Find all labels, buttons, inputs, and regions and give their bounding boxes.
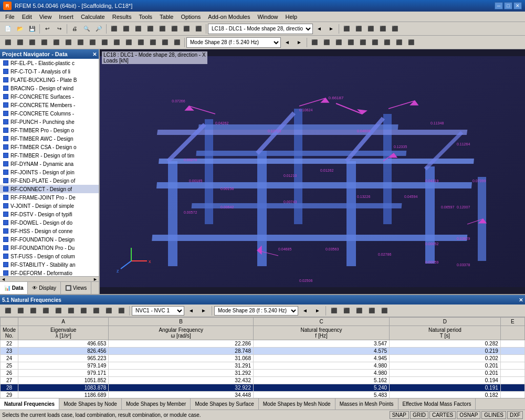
tb-zoom-in[interactable]: 🔍: [81, 23, 92, 35]
table-row[interactable]: 27 1051.852 32.432 5.162 0.194: [1, 377, 525, 384]
tb-prev-lc[interactable]: ◄: [313, 23, 325, 35]
menu-insert[interactable]: Insert: [56, 13, 77, 21]
tb-r3[interactable]: ⬛: [365, 23, 376, 35]
tree-item[interactable]: RF-PUNCH - Punching she: [0, 118, 99, 126]
tb2-b10[interactable]: ⬛: [111, 37, 122, 48]
viewport[interactable]: LC18 : DLC1 - Mode shape 28, direction -…: [100, 49, 525, 294]
bt-next2[interactable]: ►: [312, 305, 323, 317]
bt-b8[interactable]: ⬛: [90, 305, 102, 317]
osnap-button[interactable]: OSNAP: [457, 411, 480, 419]
tb-undo[interactable]: ↩: [41, 23, 53, 35]
tree-item[interactable]: V-JOINT - Design of simple: [0, 202, 99, 210]
tb2-b14[interactable]: ⬛: [159, 37, 171, 48]
snap-button[interactable]: SNAP: [390, 411, 409, 419]
tb-b6[interactable]: ⬛: [169, 23, 180, 35]
tb2-r8[interactable]: ⬛: [393, 37, 405, 48]
table-row[interactable]: 23 826.456 28.748 4.575 0.219: [1, 348, 525, 355]
tree-item[interactable]: RF-END-PLATE - Design of: [0, 176, 99, 185]
tab-natural-freq[interactable]: Natural Frequencies: [0, 398, 59, 410]
tb-redo[interactable]: ↪: [54, 23, 65, 35]
tb2-b4[interactable]: ⬛: [38, 37, 50, 48]
tree-item[interactable]: RF-TIMBER AWC - Design: [0, 134, 99, 143]
bt-r4[interactable]: ⬛: [366, 305, 377, 317]
tb-open[interactable]: 📂: [14, 23, 26, 35]
menu-addons[interactable]: Add-on Modules: [205, 13, 253, 21]
minimize-button[interactable]: ─: [495, 2, 503, 9]
bt-next[interactable]: ►: [198, 305, 209, 317]
bt-b6[interactable]: ⬛: [65, 305, 77, 317]
table-row[interactable]: 22 496.653 22.286 3.547 0.282: [1, 340, 525, 348]
tree-item[interactable]: RF-DYNAM - Dynamic ana: [0, 160, 99, 168]
bottom-panel-close[interactable]: ✕: [519, 297, 523, 303]
tree-item[interactable]: ST-FUSS - Design of colum: [0, 252, 99, 260]
tb2-b7[interactable]: ⬛: [75, 37, 86, 48]
cartes-button[interactable]: CARTES: [429, 411, 456, 419]
modeshape-select[interactable]: Mode Shape 28 (f : 5.240 Hz): [214, 306, 298, 316]
tb2-b13[interactable]: ⬛: [147, 37, 159, 48]
bt-b4[interactable]: ⬛: [40, 305, 51, 317]
bt-b9[interactable]: ⬛: [103, 305, 114, 317]
tb-b8[interactable]: ⬛: [193, 23, 204, 35]
tree-item[interactable]: RF-DSTV - Design of typifi: [0, 210, 99, 218]
bt-prev[interactable]: ◄: [185, 305, 197, 317]
bt-b10[interactable]: ⬛: [116, 305, 127, 317]
tree-item[interactable]: RF-STABILITY - Stability an: [0, 260, 99, 269]
tb-next-lc[interactable]: ►: [326, 23, 337, 35]
close-button[interactable]: ✕: [513, 2, 522, 9]
tb2-prev-ms[interactable]: ◄: [281, 37, 293, 48]
tree-item[interactable]: RF-CONNECT - Design of: [0, 185, 99, 193]
tree-item[interactable]: RF-JOINTS - Design of join: [0, 168, 99, 176]
tb-b2[interactable]: ⬛: [120, 23, 132, 35]
bt-r1[interactable]: ⬛: [328, 305, 340, 317]
loadcase-combo[interactable]: LC18 - DLC1 - Mode shape 28, directio: [208, 24, 313, 34]
tb2-r5[interactable]: ⬛: [357, 37, 369, 48]
tree-item[interactable]: RF-DEFORM - Deformatio: [0, 269, 99, 276]
tree-item[interactable]: RF-FOUNDATION - Design: [0, 235, 99, 244]
bt-b5[interactable]: ⬛: [52, 305, 64, 317]
menu-view[interactable]: View: [36, 13, 55, 21]
grid-button[interactable]: GRID: [410, 411, 428, 419]
menu-tools[interactable]: Tools: [135, 13, 155, 21]
bt-b1[interactable]: ⬛: [2, 305, 14, 317]
tab-mode-surface[interactable]: Mode Shapes by Surface: [191, 398, 258, 410]
tree-item[interactable]: RF-HSS - Design of conne: [0, 227, 99, 235]
menu-help[interactable]: Help: [282, 13, 301, 21]
table-row[interactable]: 29 1186.689 34.448 5.483 0.182: [1, 392, 525, 398]
tb2-r2[interactable]: ⬛: [321, 37, 332, 48]
tb2-b15[interactable]: ⬛: [171, 37, 183, 48]
tab-data[interactable]: 📊 Data: [0, 282, 28, 294]
tab-display[interactable]: 👁 Display: [28, 282, 61, 294]
tab-mode-node[interactable]: Mode Shapes by Node: [59, 398, 122, 410]
tree-item[interactable]: RF-CONCRETE Columns -: [0, 109, 99, 118]
tb-r2[interactable]: ⬛: [353, 23, 364, 35]
table-row[interactable]: 25 979.149 31.291 4.980 0.201: [1, 362, 525, 370]
bt-b3[interactable]: ⬛: [27, 305, 39, 317]
tb-new[interactable]: 📄: [2, 23, 14, 35]
tree-item[interactable]: RF-CONCRETE Surfaces -: [0, 92, 99, 101]
tree-item[interactable]: RF-CONCRETE Members -: [0, 101, 99, 109]
tab-views[interactable]: 🔲 Views: [61, 282, 91, 294]
menu-calculate[interactable]: Calculate: [78, 13, 108, 21]
tb2-b3[interactable]: ⬛: [26, 37, 38, 48]
tree-item[interactable]: RF-TIMBER Pro - Design o: [0, 126, 99, 134]
tb-b7[interactable]: ⬛: [181, 23, 192, 35]
tb-b3[interactable]: ⬛: [132, 23, 144, 35]
dxf-button[interactable]: DXF: [507, 411, 523, 419]
tb2-b8[interactable]: ⬛: [87, 37, 98, 48]
menu-results[interactable]: Results: [109, 13, 135, 21]
nvc-combo[interactable]: NVC1 - NVC 1: [132, 306, 184, 316]
menu-table[interactable]: Table: [156, 13, 176, 21]
tree-item[interactable]: RF-TIMBER CSA - Design o: [0, 143, 99, 151]
tree-item[interactable]: RF-C-TO-T - Analysis of li: [0, 67, 99, 76]
bt-b7[interactable]: ⬛: [78, 305, 89, 317]
tb2-b1[interactable]: ⬛: [2, 37, 14, 48]
bt-prev2[interactable]: ◄: [299, 305, 311, 317]
bt-r3[interactable]: ⬛: [353, 305, 365, 317]
tb2-b2[interactable]: ⬛: [14, 37, 26, 48]
tree-scrollbar[interactable]: ◄ ►: [0, 276, 99, 281]
tb-b4[interactable]: ⬛: [144, 23, 156, 35]
bt-b2[interactable]: ⬛: [15, 305, 26, 317]
tree-item[interactable]: RF-DOWEL - Design of do: [0, 218, 99, 227]
tab-modal-mass[interactable]: Effective Modal Mass Factors: [398, 398, 476, 410]
bt-r2[interactable]: ⬛: [341, 305, 352, 317]
